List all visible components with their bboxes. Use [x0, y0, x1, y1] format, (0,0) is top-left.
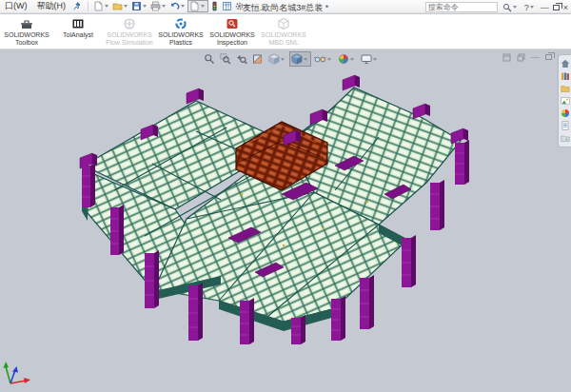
document-window-controls: — × [502, 52, 562, 62]
addins-toolbar: SOLIDWORKS Toolbox TolAnalyst SOLIDWORKS… [0, 14, 571, 49]
addin-label: SOLIDWORKS Flow Simulation [104, 31, 155, 47]
addin-label: SOLIDWORKS Toolbox [1, 31, 52, 47]
doc-restore-button[interactable] [545, 54, 552, 60]
solidworks-resources-home-icon[interactable] [561, 59, 570, 69]
print-icon [150, 1, 161, 11]
section-view-icon [252, 53, 264, 65]
mbd-cube-icon [277, 17, 290, 30]
previous-view-icon [236, 53, 247, 65]
hide-show-items-button[interactable] [312, 51, 335, 67]
plastics-swirl-icon [174, 17, 187, 30]
open-icon [112, 1, 123, 11]
cascade-window-icon[interactable] [517, 53, 525, 62]
search-magnifier-icon [502, 3, 512, 12]
solidworks-window: 口(W) 帮助(H) [0, 0, 571, 392]
zoom-to-area-icon [220, 53, 231, 65]
command-search-box[interactable] [425, 2, 498, 12]
edit-appearance-ball-icon [338, 53, 349, 65]
forum-folder-icon[interactable] [561, 133, 570, 143]
appearances-scenes-ball-icon[interactable] [561, 108, 570, 118]
chevron-down-icon [327, 58, 331, 61]
new-document-button[interactable] [92, 0, 111, 12]
addin-label: SOLIDWORKS MBD SNL [258, 31, 309, 47]
file-explorer-folder-icon[interactable] [561, 84, 570, 93]
document-title: 友恒.欧尚名城3#总装 * [243, 2, 329, 14]
rebuild-button[interactable] [208, 0, 221, 12]
search-button[interactable] [502, 1, 520, 13]
help-label: ? [524, 3, 529, 12]
tolanalyst-icon [71, 17, 85, 30]
3d-model-formwork-assembly[interactable] [0, 49, 571, 392]
addin-solidworks-toolbox[interactable]: SOLIDWORKS Toolbox [1, 16, 52, 47]
addin-plastics[interactable]: SOLIDWORKS Plastics [155, 16, 207, 47]
previous-view-button[interactable] [234, 51, 249, 67]
view-settings-button[interactable] [359, 51, 381, 67]
chevron-down-icon [201, 5, 205, 8]
view-orientation-cube-icon [268, 53, 280, 65]
help-button[interactable]: ? [523, 1, 537, 13]
select-button[interactable] [187, 0, 208, 12]
coordinate-triad [1, 359, 33, 387]
section-view-button[interactable] [250, 51, 266, 67]
headsup-view-toolbar [202, 51, 381, 67]
menu-window[interactable]: 口(W) [0, 0, 32, 12]
minimize-button[interactable]: — [541, 3, 549, 12]
open-button[interactable] [111, 0, 130, 12]
menu-help[interactable]: 帮助(H) [32, 0, 71, 12]
chevron-down-icon [350, 58, 354, 61]
undo-icon [169, 1, 180, 11]
addin-label: TolAnalyst [63, 31, 93, 39]
chevron-down-icon [143, 5, 147, 8]
addin-mbd-snl[interactable]: SOLIDWORKS MBD SNL [258, 16, 309, 47]
chevron-down-icon [513, 6, 517, 9]
addin-inspection[interactable]: SOLIDWORKS Inspection [207, 16, 258, 47]
chevron-down-icon [530, 6, 534, 9]
search-input[interactable] [428, 3, 495, 11]
toolbar-separator [88, 2, 89, 11]
close-button[interactable]: × [563, 3, 568, 12]
chevron-down-icon [181, 5, 185, 8]
hide-show-items-icon [314, 53, 326, 65]
zoom-to-area-button[interactable] [218, 51, 233, 67]
file-properties-icon [222, 1, 232, 11]
view-palette-icon[interactable] [561, 96, 570, 106]
print-button[interactable] [149, 0, 168, 12]
pin-menu-icon[interactable] [73, 2, 81, 10]
save-icon [131, 1, 142, 11]
file-properties-button[interactable] [221, 0, 233, 12]
addin-flow-simulation[interactable]: SOLIDWORKS Flow Simulation [104, 16, 155, 47]
undo-button[interactable] [168, 0, 187, 12]
save-button[interactable] [130, 0, 149, 12]
chevron-down-icon [373, 58, 377, 61]
edit-appearance-button[interactable] [336, 51, 358, 67]
chevron-down-icon [105, 5, 108, 8]
menu-bar: 口(W) 帮助(H) [0, 0, 571, 13]
view-orientation-button[interactable] [266, 51, 288, 67]
chevron-down-icon [162, 5, 166, 8]
chevron-down-icon [304, 58, 307, 61]
select-icon [189, 1, 200, 11]
zoom-to-fit-button[interactable] [202, 51, 217, 67]
addin-tolanalyst[interactable]: TolAnalyst [52, 16, 104, 39]
display-style-icon [291, 53, 303, 65]
flow-simulation-fan-icon [123, 17, 136, 30]
new-document-icon [93, 1, 104, 11]
design-library-icon[interactable] [561, 71, 570, 81]
task-pane-tabs [558, 54, 571, 147]
toolbox-hammer-icon [20, 17, 33, 30]
graphics-viewport[interactable]: — × [0, 49, 571, 392]
addin-label: SOLIDWORKS Plastics [155, 31, 207, 47]
restore-button[interactable] [553, 5, 560, 10]
chevron-down-icon [124, 5, 128, 8]
chevron-down-icon [281, 58, 285, 61]
addin-label: SOLIDWORKS Inspection [207, 31, 258, 47]
doc-minimize-button[interactable]: — [531, 52, 540, 62]
inspection-magnifier-icon [226, 17, 239, 30]
custom-properties-icon[interactable] [561, 121, 570, 130]
rebuild-traffic-light-icon [209, 1, 220, 11]
titlebar-right-controls: ? — × [425, 1, 568, 13]
view-settings-icon [361, 53, 372, 65]
display-style-button[interactable] [289, 51, 311, 67]
new-window-icon[interactable] [502, 53, 511, 62]
zoom-to-fit-icon [204, 53, 215, 65]
